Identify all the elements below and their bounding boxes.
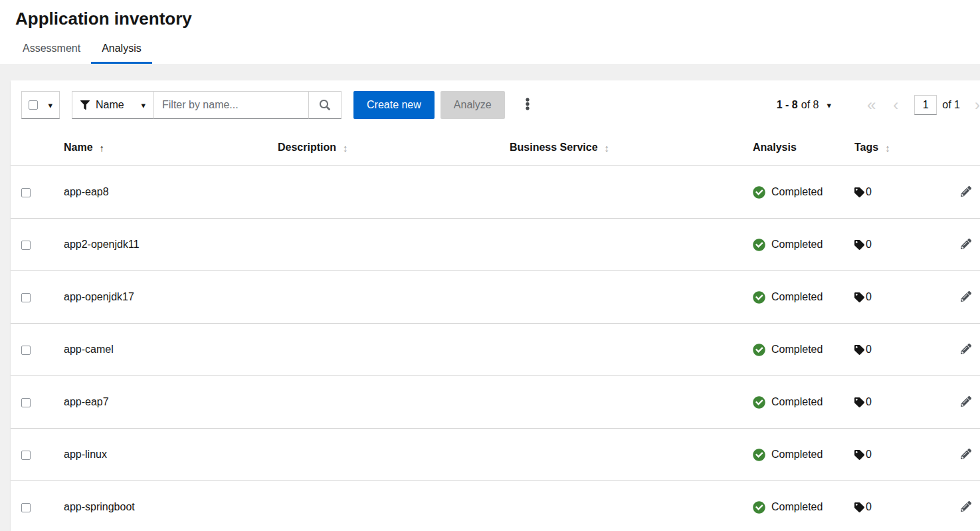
tags-count-label: 0 xyxy=(866,291,872,303)
analysis-status: Completed xyxy=(753,239,833,251)
analysis-status: Completed xyxy=(753,501,833,514)
tag-icon xyxy=(854,397,864,407)
pencil-icon xyxy=(961,291,971,302)
tag-icon xyxy=(854,292,864,302)
analyze-button[interactable]: Analyze xyxy=(441,91,505,119)
application-name[interactable]: app2-openjdk11 xyxy=(64,239,140,250)
sort-icon[interactable]: ↕ xyxy=(605,142,610,154)
edit-application-button[interactable] xyxy=(957,183,975,201)
tags-count-label: 0 xyxy=(866,396,872,408)
analysis-status: Completed xyxy=(753,186,833,199)
edit-application-button[interactable] xyxy=(957,236,975,254)
column-header-business-service[interactable]: Business Service↕ xyxy=(499,130,742,166)
kebab-menu-button[interactable] xyxy=(520,94,536,116)
tags-count: 0 xyxy=(854,186,935,198)
edit-application-button[interactable] xyxy=(957,341,975,359)
sort-icon[interactable]: ↕ xyxy=(885,142,890,154)
bulk-select-dropdown[interactable]: ▾ xyxy=(21,91,60,119)
search-button[interactable] xyxy=(308,91,342,119)
analysis-status: Completed xyxy=(753,396,833,409)
tab-analysis[interactable]: Analysis xyxy=(91,35,152,64)
row-checkbox[interactable] xyxy=(21,346,31,355)
caret-down-icon[interactable]: ▾ xyxy=(48,101,52,110)
column-label: Description xyxy=(278,142,336,154)
check-circle-icon xyxy=(753,396,765,409)
check-circle-icon xyxy=(753,501,765,514)
pagination-range: 1 - 8 xyxy=(777,99,798,111)
next-page-button[interactable]: › xyxy=(975,97,980,113)
create-new-button[interactable]: Create new xyxy=(353,91,435,119)
application-business-service xyxy=(499,481,742,531)
current-page-input[interactable] xyxy=(914,95,937,115)
row-checkbox[interactable] xyxy=(21,188,31,197)
check-circle-icon xyxy=(753,239,765,251)
edit-application-button[interactable] xyxy=(957,393,975,411)
tags-count: 0 xyxy=(854,449,935,461)
caret-down-icon: ▾ xyxy=(827,101,831,110)
column-label: Name xyxy=(64,142,93,154)
column-label: Analysis xyxy=(753,142,797,154)
sort-icon[interactable]: ↕ xyxy=(343,142,348,154)
table-row[interactable]: app2-openjdk11 Completed 0 xyxy=(11,219,980,271)
application-name[interactable]: app-springboot xyxy=(64,501,135,512)
edit-application-button[interactable] xyxy=(957,446,975,464)
tags-count-label: 0 xyxy=(866,344,872,356)
column-label: Tags xyxy=(854,142,878,154)
check-circle-icon xyxy=(753,291,765,304)
analysis-status-label: Completed xyxy=(771,396,823,408)
filter-input[interactable] xyxy=(153,91,309,119)
application-description xyxy=(267,429,499,481)
analysis-status-label: Completed xyxy=(771,501,823,513)
table-row[interactable]: app-linux Completed 0 xyxy=(11,429,980,481)
tag-icon xyxy=(854,187,864,197)
filter-icon xyxy=(80,100,90,110)
column-header-analysis: Analysis xyxy=(742,130,844,166)
column-label: Business Service xyxy=(510,142,598,154)
table-row[interactable]: app-camel Completed 0 xyxy=(11,324,980,376)
application-business-service xyxy=(499,219,742,271)
application-name[interactable]: app-openjdk17 xyxy=(64,291,134,302)
tags-count-label: 0 xyxy=(866,239,872,251)
application-name[interactable]: app-camel xyxy=(64,344,114,355)
edit-application-button[interactable] xyxy=(957,498,975,516)
column-header-select xyxy=(11,130,53,166)
tags-count-label: 0 xyxy=(866,449,872,461)
column-header-tags[interactable]: Tags↕ xyxy=(844,130,946,166)
application-description xyxy=(267,324,499,376)
toolbar: ▾ Name ▾ Create new Analyze xyxy=(11,80,980,130)
pagination-menu-toggle[interactable]: 1 - 8 of 8 ▾ xyxy=(771,99,836,111)
analysis-status: Completed xyxy=(753,344,833,356)
application-name[interactable]: app-eap8 xyxy=(64,186,109,197)
pagination: 1 - 8 of 8 ▾ « ‹ of 1 › xyxy=(771,95,980,115)
application-name[interactable]: app-eap7 xyxy=(64,396,109,407)
content-area: ▾ Name ▾ Create new Analyze xyxy=(0,64,980,531)
analysis-status-label: Completed xyxy=(771,449,823,461)
row-checkbox[interactable] xyxy=(21,241,31,250)
application-description xyxy=(267,271,499,324)
pencil-icon xyxy=(961,239,971,249)
sort-ascending-icon[interactable]: ↑ xyxy=(100,142,105,154)
table-row[interactable]: app-openjdk17 Completed 0 xyxy=(11,271,980,324)
application-name[interactable]: app-linux xyxy=(64,449,107,460)
table-row[interactable]: app-springboot Completed 0 xyxy=(11,481,980,531)
previous-page-button[interactable]: ‹ xyxy=(893,97,898,113)
pagination-total: of 8 xyxy=(801,99,819,111)
table-row[interactable]: app-eap8 Completed 0 xyxy=(11,166,980,219)
bulk-select-checkbox[interactable] xyxy=(29,100,38,110)
pencil-icon xyxy=(961,501,971,512)
filter-category-select[interactable]: Name ▾ xyxy=(72,91,154,119)
first-page-button[interactable]: « xyxy=(867,97,876,113)
tags-count: 0 xyxy=(854,501,935,513)
edit-application-button[interactable] xyxy=(957,288,975,306)
table-row[interactable]: app-eap7 Completed 0 xyxy=(11,376,980,429)
column-header-description[interactable]: Description↕ xyxy=(267,130,499,166)
row-checkbox[interactable] xyxy=(21,451,31,460)
pencil-icon xyxy=(961,186,971,197)
kebab-icon xyxy=(525,98,530,110)
row-checkbox[interactable] xyxy=(21,503,31,512)
row-checkbox[interactable] xyxy=(21,293,31,302)
tags-count: 0 xyxy=(854,239,935,251)
row-checkbox[interactable] xyxy=(21,398,31,407)
tab-assessment[interactable]: Assessment xyxy=(12,35,91,64)
column-header-name[interactable]: Name↑ xyxy=(53,130,267,166)
